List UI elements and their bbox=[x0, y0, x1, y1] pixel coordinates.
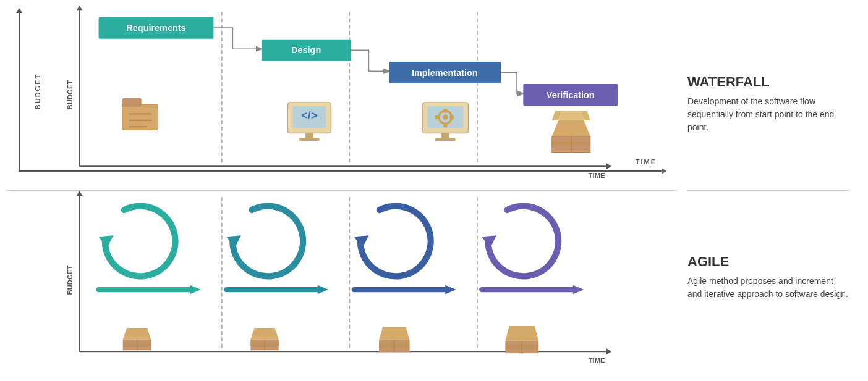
svg-marker-42 bbox=[76, 6, 82, 10]
panel-divider bbox=[687, 190, 848, 191]
svg-marker-70 bbox=[354, 235, 369, 248]
svg-marker-38 bbox=[558, 111, 584, 120]
svg-rect-83 bbox=[505, 345, 538, 349]
svg-rect-69 bbox=[250, 343, 278, 346]
svg-text:Requirements: Requirements bbox=[126, 23, 185, 33]
svg-point-26 bbox=[443, 114, 448, 119]
svg-marker-66 bbox=[250, 328, 278, 340]
svg-marker-72 bbox=[445, 285, 456, 294]
main-container: BUDGET TIME Requirements Design bbox=[7, 6, 861, 376]
svg-rect-29 bbox=[450, 115, 454, 119]
right-panel: WATERFALL Development of the software fl… bbox=[675, 6, 861, 376]
waterfall-title: WATERFALL bbox=[687, 74, 848, 90]
agile-description: AGILE Agile method proposes and incremen… bbox=[687, 197, 848, 358]
waterfall-section: BUDGET TIME Requirements Design bbox=[7, 6, 675, 191]
svg-text:BUDGET: BUDGET bbox=[66, 266, 74, 295]
svg-text:Verification: Verification bbox=[547, 90, 595, 99]
svg-rect-27 bbox=[443, 109, 447, 112]
agile-svg: BUDGET TIME bbox=[7, 191, 675, 376]
svg-text:</>: </> bbox=[301, 108, 318, 121]
svg-rect-76 bbox=[379, 344, 410, 348]
svg-marker-59 bbox=[123, 328, 151, 340]
agile-title: AGILE bbox=[687, 254, 848, 270]
waterfall-desc: Development of the software flow sequent… bbox=[687, 95, 848, 134]
svg-marker-77 bbox=[482, 235, 496, 248]
svg-marker-73 bbox=[379, 327, 410, 340]
svg-text:TIME: TIME bbox=[589, 357, 606, 364]
svg-marker-65 bbox=[318, 285, 329, 294]
svg-marker-45 bbox=[606, 163, 611, 169]
svg-text:TIME: TIME bbox=[589, 171, 606, 178]
svg-marker-79 bbox=[573, 285, 584, 294]
svg-marker-80 bbox=[505, 326, 538, 341]
svg-rect-31 bbox=[441, 133, 449, 138]
svg-rect-21 bbox=[299, 138, 320, 140]
svg-rect-62 bbox=[123, 343, 151, 346]
svg-marker-48 bbox=[76, 191, 82, 196]
svg-marker-33 bbox=[552, 120, 590, 136]
svg-rect-32 bbox=[435, 138, 456, 140]
svg-text:Implementation: Implementation bbox=[412, 67, 478, 77]
svg-text:Design: Design bbox=[291, 45, 321, 55]
svg-rect-20 bbox=[305, 133, 313, 138]
agile-section: BUDGET TIME bbox=[7, 191, 675, 376]
svg-marker-63 bbox=[226, 235, 241, 248]
svg-marker-58 bbox=[190, 285, 201, 294]
svg-rect-30 bbox=[435, 115, 439, 119]
svg-text:BUDGET: BUDGET bbox=[66, 80, 74, 109]
agile-desc: Agile method proposes and increment and … bbox=[687, 275, 848, 301]
svg-rect-12 bbox=[122, 98, 142, 106]
waterfall-description: WATERFALL Development of the software fl… bbox=[687, 24, 848, 185]
waterfall-svg: Requirements Design Implementation Verif… bbox=[7, 6, 675, 191]
svg-rect-28 bbox=[443, 124, 447, 127]
diagrams-panel: BUDGET TIME Requirements Design bbox=[7, 6, 675, 376]
svg-marker-51 bbox=[606, 348, 611, 354]
svg-marker-56 bbox=[99, 235, 114, 248]
